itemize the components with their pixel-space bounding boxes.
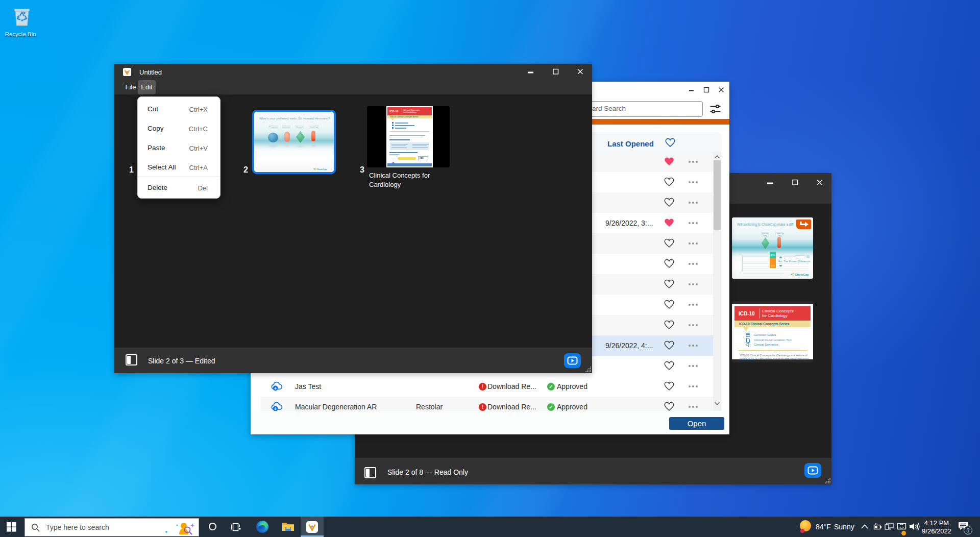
svg-text:CholeCap: CholeCap	[317, 168, 327, 170]
svg-text:CholeCap: CholeCap	[795, 273, 809, 276]
